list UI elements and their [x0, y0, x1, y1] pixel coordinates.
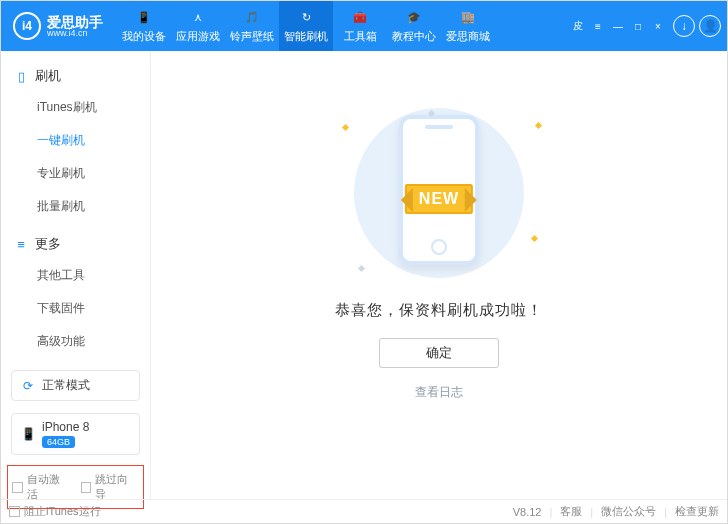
sidebar-item-pro-flash[interactable]: 专业刷机 [1, 157, 150, 190]
sidebar-section-label: 刷机 [35, 67, 61, 85]
sidebar-item-batch-flash[interactable]: 批量刷机 [1, 190, 150, 223]
toolbox-icon: 🧰 [351, 9, 369, 27]
nav-smart-flash[interactable]: ↻智能刷机 [279, 1, 333, 51]
top-nav: 📱我的设备 ⋏应用游戏 🎵铃声壁纸 ↻智能刷机 🧰工具箱 🎓教程中心 🏬爱思商城 [117, 1, 495, 51]
menu-button[interactable]: ≡ [591, 19, 605, 33]
brand-logo[interactable]: i4 爱思助手 www.i4.cn [1, 12, 113, 40]
checkbox-icon [81, 482, 92, 493]
sync-icon: ⟳ [20, 378, 36, 394]
sidebar: ▯ 刷机 iTunes刷机 一键刷机 专业刷机 批量刷机 ≡ 更多 其他工具 下… [1, 51, 151, 499]
sidebar-item-oneclick-flash[interactable]: 一键刷机 [1, 124, 150, 157]
phone-icon: 📱 [20, 426, 36, 442]
connected-device[interactable]: 📱 iPhone 8 64GB [11, 413, 140, 455]
close-button[interactable]: × [651, 19, 665, 33]
user-button[interactable]: 👤 [699, 15, 721, 37]
view-log-link[interactable]: 查看日志 [415, 384, 463, 401]
status-bar: 阻止iTunes运行 V8.12 | 客服 | 微信公众号 | 检查更新 [1, 499, 727, 523]
refresh-icon: ↻ [297, 9, 315, 27]
brand-name: 爱思助手 [47, 15, 103, 29]
nav-ringtones-wallpapers[interactable]: 🎵铃声壁纸 [225, 1, 279, 51]
success-illustration: NEW [309, 103, 569, 283]
download-button[interactable]: ↓ [673, 15, 695, 37]
sidebar-section-label: 更多 [35, 235, 61, 253]
sidebar-section-flash[interactable]: ▯ 刷机 [1, 61, 150, 91]
success-message: 恭喜您，保资料刷机成功啦！ [335, 301, 543, 320]
user-icon: 👤 [703, 19, 718, 33]
nav-my-device[interactable]: 📱我的设备 [117, 1, 171, 51]
skip-guide-checkbox[interactable]: 跳过向导 [81, 472, 140, 502]
app-header: i4 爱思助手 www.i4.cn 📱我的设备 ⋏应用游戏 🎵铃声壁纸 ↻智能刷… [1, 1, 727, 51]
device-icon: 📱 [135, 9, 153, 27]
sidebar-section-more[interactable]: ≡ 更多 [1, 229, 150, 259]
footer-link-update[interactable]: 检查更新 [675, 504, 719, 519]
download-icon: ↓ [681, 19, 687, 33]
list-icon: ≡ [13, 236, 29, 252]
device-name: iPhone 8 [42, 420, 131, 434]
sidebar-item-itunes-flash[interactable]: iTunes刷机 [1, 91, 150, 124]
nav-apps-games[interactable]: ⋏应用游戏 [171, 1, 225, 51]
minimize-button[interactable]: — [611, 19, 625, 33]
checkbox-icon [12, 482, 23, 493]
window-controls: 皮 ≡ — □ × [571, 19, 665, 33]
device-storage-badge: 64GB [42, 436, 75, 448]
nav-store[interactable]: 🏬爱思商城 [441, 1, 495, 51]
footer-link-wechat[interactable]: 微信公众号 [601, 504, 656, 519]
brand-url: www.i4.cn [47, 29, 103, 38]
logo-icon: i4 [13, 12, 41, 40]
device-mode-label: 正常模式 [42, 377, 90, 394]
sidebar-item-other-tools[interactable]: 其他工具 [1, 259, 150, 292]
store-icon: 🏬 [459, 9, 477, 27]
skin-button[interactable]: 皮 [571, 19, 585, 33]
device-mode[interactable]: ⟳ 正常模式 [11, 370, 140, 401]
version-label: V8.12 [513, 506, 542, 518]
checkbox-icon [9, 506, 20, 517]
tutorial-icon: 🎓 [405, 9, 423, 27]
maximize-button[interactable]: □ [631, 19, 645, 33]
music-icon: 🎵 [243, 9, 261, 27]
main-content: NEW 恭喜您，保资料刷机成功啦！ 确定 查看日志 [151, 51, 727, 499]
phone-icon: ▯ [13, 68, 29, 84]
block-itunes-checkbox[interactable]: 阻止iTunes运行 [9, 504, 101, 519]
apps-icon: ⋏ [189, 9, 207, 27]
footer-link-support[interactable]: 客服 [560, 504, 582, 519]
sidebar-item-advanced[interactable]: 高级功能 [1, 325, 150, 358]
nav-tutorials[interactable]: 🎓教程中心 [387, 1, 441, 51]
ok-button[interactable]: 确定 [379, 338, 499, 368]
new-ribbon: NEW [405, 184, 473, 214]
sidebar-item-download-firmware[interactable]: 下载固件 [1, 292, 150, 325]
auto-activate-checkbox[interactable]: 自动激活 [12, 472, 71, 502]
nav-toolbox[interactable]: 🧰工具箱 [333, 1, 387, 51]
